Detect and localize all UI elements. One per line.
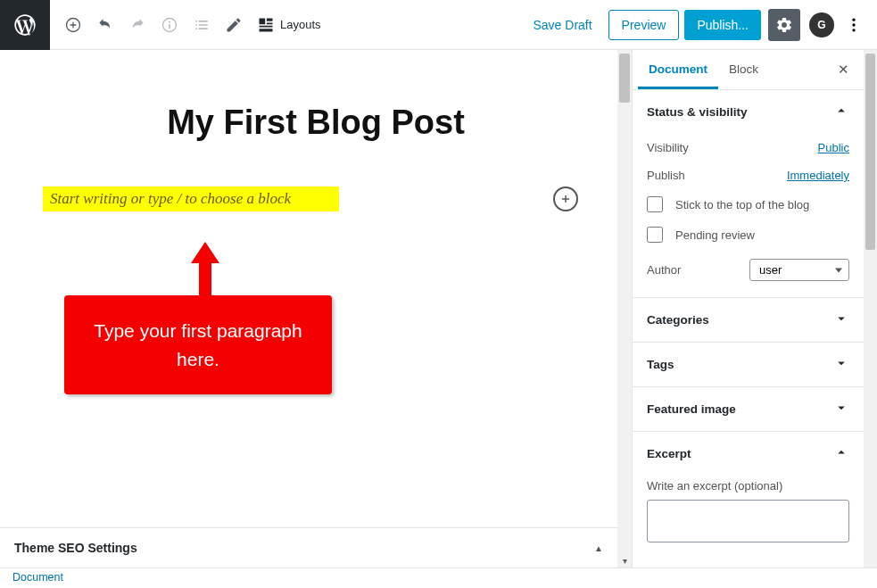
footer-breadcrumb[interactable]: Document	[0, 567, 877, 588]
featured-image-label: Featured image	[647, 402, 736, 416]
breadcrumb-document: Document	[12, 571, 63, 584]
layouts-button[interactable]: Layouts	[250, 9, 328, 41]
featured-image-header[interactable]: Featured image	[633, 387, 864, 431]
publish-value-link[interactable]: Immediately	[787, 169, 849, 182]
settings-button[interactable]	[768, 9, 800, 41]
author-select[interactable]: user	[749, 259, 849, 281]
sticky-checkbox-row[interactable]: Stick to the top of the blog	[647, 189, 849, 219]
outline-button[interactable]	[186, 9, 218, 41]
chevron-down-icon	[833, 400, 849, 418]
gravatar-button[interactable]: G	[809, 12, 834, 37]
tab-block[interactable]: Block	[718, 50, 769, 89]
redo-button[interactable]	[121, 9, 153, 41]
status-visibility-header[interactable]: Status & visibility	[633, 90, 864, 134]
more-menu-button[interactable]	[838, 9, 870, 41]
layouts-label: Layouts	[280, 18, 321, 31]
block-placeholder[interactable]: Start writing or type / to choose a bloc…	[43, 186, 339, 211]
author-label: Author	[647, 263, 681, 277]
svg-text:G: G	[817, 19, 825, 31]
editor-scrollbar[interactable]: ▴ ▾	[617, 50, 632, 567]
pending-checkbox-row[interactable]: Pending review	[647, 219, 849, 250]
visibility-value-link[interactable]: Public	[818, 141, 849, 154]
wordpress-logo[interactable]	[0, 0, 50, 50]
pending-label: Pending review	[675, 228, 755, 242]
excerpt-label: Excerpt	[647, 447, 691, 460]
collapse-up-icon: ▲	[594, 543, 603, 553]
sticky-label: Stick to the top of the blog	[675, 198, 809, 211]
undo-button[interactable]	[89, 9, 121, 41]
chevron-up-icon	[833, 444, 849, 463]
save-draft-button[interactable]: Save Draft	[522, 11, 602, 39]
chevron-down-icon	[833, 311, 849, 329]
categories-header[interactable]: Categories	[633, 298, 864, 342]
close-sidebar-button[interactable]: ✕	[829, 54, 858, 85]
excerpt-header[interactable]: Excerpt	[633, 432, 864, 476]
chevron-down-icon	[833, 355, 849, 374]
chevron-up-icon	[833, 103, 849, 121]
sidebar-tabs: Document Block ✕	[633, 50, 864, 90]
svg-rect-3	[169, 24, 170, 29]
post-title[interactable]: My First Blog Post	[27, 104, 605, 142]
excerpt-hint: Write an excerpt (optional)	[647, 476, 849, 500]
categories-label: Categories	[647, 313, 709, 327]
excerpt-textarea[interactable]	[647, 500, 849, 542]
preview-button[interactable]: Preview	[608, 10, 680, 40]
sidebar-scrollbar[interactable]	[864, 50, 877, 567]
annotation-callout: Type your first paragraph here.	[64, 295, 332, 394]
edit-button[interactable]	[218, 9, 250, 41]
visibility-label: Visibility	[647, 141, 689, 154]
settings-sidebar: Document Block ✕ Status & visibility Vis…	[632, 50, 877, 567]
publish-button[interactable]: Publish...	[684, 10, 761, 40]
tags-label: Tags	[647, 358, 674, 371]
svg-point-6	[852, 18, 855, 21]
add-block-inline-button[interactable]	[553, 186, 578, 211]
tags-header[interactable]: Tags	[633, 343, 864, 386]
svg-point-2	[169, 21, 170, 22]
top-toolbar: Layouts Save Draft Preview Publish... G	[0, 0, 877, 50]
status-visibility-label: Status & visibility	[647, 105, 748, 119]
add-block-button[interactable]	[57, 9, 89, 41]
pending-checkbox[interactable]	[647, 227, 663, 243]
publish-label: Publish	[647, 169, 685, 182]
editor-area: My First Blog Post Start writing or type…	[0, 50, 632, 567]
svg-point-7	[852, 23, 855, 26]
svg-point-8	[852, 29, 855, 31]
sticky-checkbox[interactable]	[647, 196, 663, 212]
seo-settings-panel[interactable]: Theme SEO Settings ▲	[0, 527, 617, 567]
seo-settings-title: Theme SEO Settings	[14, 541, 137, 555]
info-button[interactable]	[153, 9, 186, 41]
tab-document[interactable]: Document	[638, 50, 718, 89]
